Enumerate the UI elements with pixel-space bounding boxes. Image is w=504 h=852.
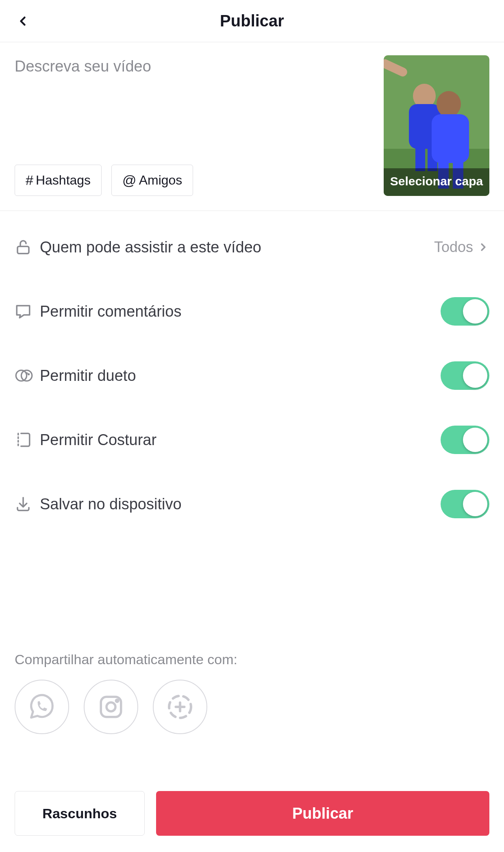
drafts-label: Rascunhos	[42, 806, 117, 822]
drafts-button[interactable]: Rascunhos	[15, 791, 145, 836]
compose-left: Descreva seu vídeo # Hashtags @ Amigos	[15, 55, 376, 196]
footer: Rascunhos Publicar	[0, 780, 504, 852]
svg-rect-7	[432, 114, 469, 163]
duet-row: Permitir dueto	[15, 343, 489, 408]
download-icon	[15, 496, 32, 513]
svg-point-15	[28, 374, 29, 375]
description-input[interactable]: Descreva seu vídeo	[15, 58, 376, 127]
comments-label: Permitir comentários	[40, 303, 441, 320]
svg-point-14	[26, 373, 27, 374]
share-label: Compartilhar automaticamente com:	[15, 652, 489, 667]
whatsapp-icon	[28, 693, 56, 721]
hash-icon: #	[26, 172, 33, 188]
svg-rect-11	[17, 246, 29, 254]
save-label: Salvar no dispositivo	[40, 496, 441, 513]
privacy-row[interactable]: Quem pode assistir a este vídeo Todos	[15, 215, 489, 279]
friends-label: Amigos	[139, 173, 182, 188]
duet-label: Permitir dueto	[40, 367, 441, 385]
stitch-label: Permitir Costurar	[40, 431, 441, 449]
lock-open-icon	[15, 238, 32, 256]
svg-rect-4	[415, 147, 425, 171]
back-button[interactable]	[13, 11, 33, 31]
settings-list: Quem pode assistir a este vídeo Todos Pe…	[0, 211, 504, 536]
save-row: Salvar no dispositivo	[15, 472, 489, 536]
duet-toggle[interactable]	[441, 361, 489, 390]
chevron-right-icon	[477, 241, 489, 253]
share-whatsapp-button[interactable]	[15, 680, 69, 734]
stitch-toggle[interactable]	[441, 426, 489, 454]
privacy-label: Quem pode assistir a este vídeo	[40, 239, 434, 256]
chip-row: # Hashtags @ Amigos	[15, 165, 376, 196]
svg-point-6	[437, 91, 461, 117]
stitch-row: Permitir Costurar	[15, 408, 489, 472]
stitch-icon	[15, 431, 32, 448]
save-toggle[interactable]	[441, 490, 489, 518]
publish-label: Publicar	[292, 805, 353, 822]
instagram-icon	[98, 693, 124, 720]
friends-button[interactable]: @ Amigos	[111, 165, 193, 196]
add-status-icon	[165, 692, 195, 722]
svg-point-18	[116, 700, 118, 702]
comment-icon	[15, 303, 32, 320]
hashtags-label: Hashtags	[36, 173, 91, 188]
privacy-value: Todos	[434, 239, 473, 256]
share-instagram-button[interactable]	[84, 680, 138, 734]
page-title: Publicar	[220, 12, 284, 30]
comments-toggle[interactable]	[441, 297, 489, 326]
share-more-button[interactable]	[153, 680, 207, 734]
header: Publicar	[0, 0, 504, 42]
share-icons	[15, 680, 489, 734]
share-section: Compartilhar automaticamente com:	[0, 652, 504, 734]
hashtags-button[interactable]: # Hashtags	[15, 165, 102, 196]
at-icon: @	[122, 172, 137, 188]
publish-button[interactable]: Publicar	[156, 791, 489, 836]
chevron-left-icon	[15, 11, 30, 31]
duet-icon	[15, 367, 33, 384]
svg-point-17	[106, 702, 115, 711]
select-cover-label: Selecionar capa	[384, 168, 489, 196]
video-thumbnail[interactable]: Selecionar capa	[384, 55, 489, 196]
compose-section: Descreva seu vídeo # Hashtags @ Amigos	[0, 42, 504, 211]
comments-row: Permitir comentários	[15, 279, 489, 343]
